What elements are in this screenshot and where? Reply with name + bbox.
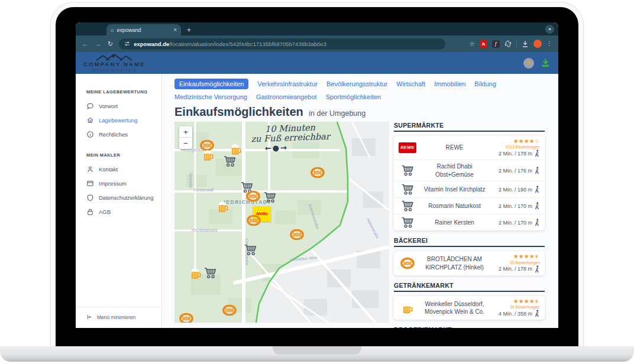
street-label: Talstraße: [189, 172, 193, 188]
nav-tab[interactable]: Sportmöglichkeiten: [326, 93, 381, 100]
walking-icon: [535, 310, 540, 317]
adobe-acrobat-icon[interactable]: A: [480, 40, 487, 48]
list-item[interactable]: Rachid Dhabi Obst+Gemüse2 Min. / 176 m: [394, 160, 545, 181]
function-extension-icon[interactable]: ƒ: [492, 40, 500, 48]
profile-avatar[interactable]: [533, 40, 542, 48]
company-slogan: Slogan Goes Here: [92, 68, 137, 73]
distance-text: 2 Min. / 190 m: [499, 187, 532, 193]
nav-tab[interactable]: Verkehrsinfrastruktur: [257, 80, 317, 87]
store-meta: 2 Min. / 170 m: [491, 202, 540, 210]
tab-close-icon[interactable]: ×: [173, 27, 177, 33]
nav-tab[interactable]: Wirtschaft: [396, 80, 425, 87]
rating-stars: ☆☆☆☆☆★★★★★: [513, 254, 540, 259]
map-pretzel-icon[interactable]: [246, 191, 260, 202]
distance-info: 4 Min. / 358 m: [499, 310, 540, 317]
map-beer-icon[interactable]: [190, 268, 201, 280]
list-item[interactable]: Rosmarin Naturkost2 Min. / 170 m: [394, 198, 545, 214]
sidebar-item-datenschutz[interactable]: Datenschutzerklärung: [86, 194, 157, 202]
cart-icon: [397, 217, 418, 228]
distance-info: 2 Min. / 170 m: [499, 219, 540, 226]
sidebar-item-label: Kontakt: [99, 166, 118, 173]
map-pretzel-icon[interactable]: [310, 167, 325, 178]
beer-icon: [397, 303, 418, 314]
list-item[interactable]: Vitamin Insel Kirchplatz2 Min. / 190 m: [394, 181, 545, 198]
store-meta: ☆☆☆☆☆★★★★★1023 Bewertungen2 Min. / 178 m: [491, 138, 540, 157]
address-bar[interactable]: expowand.de/locationValuation/index/542f…: [119, 38, 445, 50]
map-pretzel-icon[interactable]: [179, 313, 193, 323]
tab-search-chevron-icon[interactable]: ▾: [545, 25, 554, 34]
zoom-out-button[interactable]: −: [179, 138, 192, 149]
nav-tabs: EinkaufsmöglichkeitenVerkehrsinfrastrukt…: [174, 79, 553, 100]
distance-text: 2 Min. / 170 m: [499, 220, 532, 226]
map-beer-icon[interactable]: [218, 202, 228, 213]
home-icon: ⌂: [111, 27, 114, 33]
window-icon: [86, 180, 94, 187]
page-title: Einkaufsmöglichkeiten: [174, 105, 303, 118]
sidebar-item-label: Rechtliches: [99, 131, 128, 138]
review-count: 20 Bewertungen: [510, 261, 540, 265]
list-item[interactable]: BROTLÄDCHEN AM KIRCHPLATZ (Hinkel)☆☆☆☆☆★…: [394, 251, 545, 275]
map-cart-icon[interactable]: [203, 268, 217, 279]
nav-tab[interactable]: Medizinische Versorgung: [174, 93, 247, 100]
rating-stars: ☆☆☆☆☆★★★★★: [513, 298, 540, 304]
download-icon[interactable]: [522, 40, 529, 48]
cart-icon: [397, 200, 418, 212]
section-card: Weinkeller Düsseldorf, Mövenpick Wein & …: [394, 296, 545, 320]
map-beer-icon[interactable]: [203, 150, 214, 161]
sidebar-item-impressum[interactable]: Impressum: [86, 180, 157, 187]
download-report-icon[interactable]: [541, 58, 551, 68]
store-name: Vitamin Insel Kirchplatz: [418, 186, 491, 194]
sun-icon: ☀: [526, 60, 532, 66]
map-cart-icon[interactable]: [263, 191, 277, 203]
walking-icon: [535, 219, 540, 226]
browser-tab[interactable]: ⌂ expowand ×: [106, 24, 181, 35]
map-cart-icon[interactable]: [244, 244, 257, 255]
map-pretzel-icon[interactable]: [290, 229, 304, 240]
bookmark-star-icon[interactable]: ☆: [469, 41, 475, 47]
browser-tabstrip: ⌂ expowand × + ▾: [76, 22, 558, 35]
laptop-hinge-notch: [273, 346, 361, 355]
extensions-puzzle-icon[interactable]: [504, 40, 512, 47]
store-meta: ☆☆☆☆☆★★★★★36 Bewertungen4 Min. / 358 m: [491, 298, 540, 317]
nav-tab[interactable]: Einkaufsmöglichkeiten: [174, 79, 248, 89]
nav-tab[interactable]: Gastronomieangebot: [256, 93, 317, 100]
map-zoom-control: + −: [179, 126, 192, 149]
nav-tab[interactable]: Bevölkerungsstruktur: [326, 80, 387, 87]
nav-tab[interactable]: Bildung: [474, 80, 496, 87]
reload-icon[interactable]: ↻: [108, 41, 113, 47]
sidebar-item-lagebewertung[interactable]: Lagebewertung: [86, 116, 157, 124]
menu-dots-icon[interactable]: ⋮: [546, 41, 552, 47]
cart-icon: [397, 165, 418, 176]
person-icon: [86, 165, 94, 173]
forward-icon[interactable]: →: [95, 40, 102, 47]
sidebar-item-kontakt[interactable]: Kontakt: [86, 165, 157, 173]
url-text: expowand.de/locationValuation/index/542f…: [134, 41, 326, 47]
sidebar-item-rechtliches[interactable]: Rechtliches: [86, 131, 157, 138]
section-header: GETRÄNKEMARKT: [394, 282, 545, 292]
new-tab-button[interactable]: +: [187, 27, 191, 34]
list-item[interactable]: Weinkeller Düsseldorf, Mövenpick Wein & …: [394, 296, 545, 320]
roofline-icon: [95, 53, 133, 61]
map-cart-icon[interactable]: [224, 155, 237, 167]
page-title-row: Einkaufsmöglichkeiten in der Umgebung: [174, 105, 558, 119]
results-panel: SUPERMÄRKTEREWEREWE☆☆☆☆☆★★★★★1023 Bewert…: [394, 122, 545, 328]
walking-icon: [535, 202, 540, 210]
sidebar-item-vorwort[interactable]: Vorwort: [86, 102, 157, 110]
nav-tab[interactable]: Immobilien: [434, 80, 465, 87]
sidebar-item-agb[interactable]: AGB: [86, 208, 157, 216]
back-icon[interactable]: ←: [82, 40, 89, 47]
map-pretzel-icon[interactable]: [247, 214, 261, 226]
company-logo: COMPANY NAME Slogan Goes Here: [83, 53, 145, 73]
walking-icon: [535, 167, 540, 174]
list-item[interactable]: REWEREWE☆☆☆☆☆★★★★★1023 Bewertungen2 Min.…: [394, 136, 545, 160]
zoom-in-button[interactable]: +: [179, 126, 192, 138]
map[interactable]: + − 10 Minuten zu Fuß erreichbar ←●→ Her…: [174, 122, 389, 323]
distance-info: 2 Min. / 178 m: [499, 265, 540, 273]
distance-info: 2 Min. / 178 m: [499, 150, 540, 157]
map-pretzel-icon[interactable]: [222, 304, 237, 316]
theme-toggle-button[interactable]: ☀: [523, 58, 534, 69]
speech-bubble-icon: [86, 102, 94, 110]
sidebar-section-title: MEIN MAKLER: [86, 152, 157, 158]
menu-minimize-button[interactable]: Menü minimieren: [76, 307, 161, 328]
list-item[interactable]: Rainer Kersten2 Min. / 170 m: [394, 214, 545, 230]
